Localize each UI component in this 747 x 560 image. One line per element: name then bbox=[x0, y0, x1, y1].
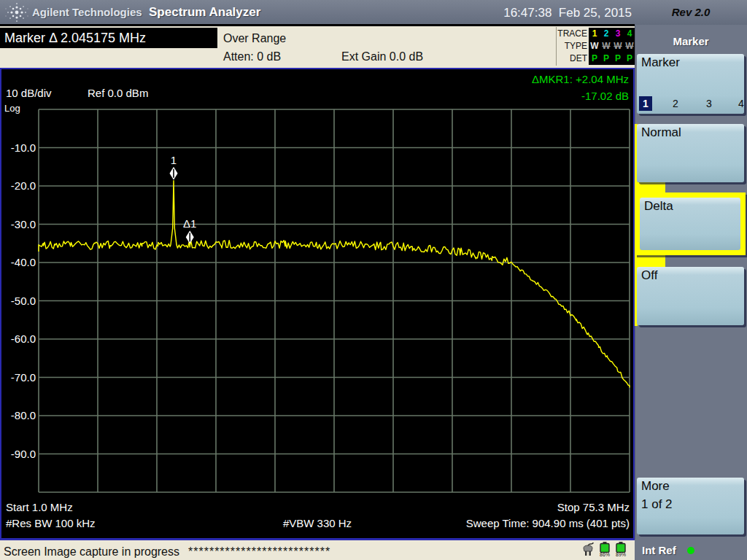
sweep-time: Sweep Time: 904.90 ms (401 pts) bbox=[466, 517, 630, 529]
trace-cell: 2 bbox=[600, 28, 612, 40]
softkey-marker-label: Marker bbox=[641, 55, 680, 70]
status-message: Screen Image capture in progress bbox=[4, 545, 179, 559]
marker-tab-3[interactable]: 3 bbox=[703, 96, 716, 111]
y-axis-tick: -30.0 bbox=[11, 218, 36, 230]
int-ref-green-indicator bbox=[687, 547, 694, 554]
softkey-more-line2: 1 of 2 bbox=[641, 497, 673, 512]
y-axis-tick: -90.0 bbox=[11, 448, 36, 460]
delta-marker-amp: -17.02 dB bbox=[581, 90, 629, 102]
y-axis-tick: -10.0 bbox=[11, 141, 36, 154]
softkey-menu-title: Marker bbox=[635, 35, 747, 47]
scale-per-div: 10 dB/div bbox=[6, 87, 52, 99]
trace-cell: W bbox=[589, 40, 600, 52]
attenuation-readout: Atten: 0 dB bbox=[223, 50, 281, 63]
firmware-rev: Rev 2.0 bbox=[635, 6, 747, 18]
clock-datetime: 16:47:38 Feb 25, 2015 bbox=[387, 6, 632, 20]
softkey-normal-label: Normal bbox=[641, 125, 681, 140]
trace-cell: P bbox=[624, 52, 635, 65]
softkey-delta-label: Delta bbox=[644, 199, 673, 214]
over-range-indicator: Over Range bbox=[223, 32, 286, 45]
battery2-percent: 89% bbox=[614, 552, 628, 557]
header-bar: Agilent Technologies Spectrum Analyzer 1… bbox=[0, 0, 747, 25]
y-axis-tick: -50.0 bbox=[11, 295, 36, 307]
start-freq: Start 1.0 MHz bbox=[6, 501, 73, 513]
graticule-and-trace: -10.0-20.0-30.0-40.0-50.0-60.0-70.0-80.0… bbox=[1, 69, 633, 538]
log-scale-label: Log bbox=[4, 103, 20, 114]
instrument-screen: Agilent Technologies Spectrum Analyzer 1… bbox=[0, 0, 747, 560]
ext-gain-readout: Ext Gain 0.0 dB bbox=[341, 50, 423, 63]
ref-level: Ref 0.0 dBm bbox=[88, 87, 148, 99]
stop-freq: Stop 75.3 MHz bbox=[557, 501, 630, 513]
softkey-delta[interactable]: Delta bbox=[640, 198, 740, 250]
marker-delta-readout: Marker Δ 2.045175 MHz bbox=[0, 28, 217, 48]
y-axis-tick: -60.0 bbox=[11, 332, 36, 345]
reference-status-bar: Int Ref bbox=[635, 540, 747, 560]
trace-table-row-labels: TRACETYPEDET bbox=[557, 28, 587, 65]
marker-label-mkr1: 1 bbox=[171, 154, 177, 166]
softkey-marker[interactable]: Marker 1234 bbox=[637, 54, 744, 114]
marker-tab-1[interactable]: 1 bbox=[639, 96, 652, 111]
trace-cell: 3 bbox=[612, 28, 624, 40]
softkey-off[interactable]: Off bbox=[637, 267, 744, 325]
trace-status-table: TRACETYPEDET 1WP2WP3WP4WP bbox=[556, 27, 635, 66]
battery1-icon bbox=[600, 542, 610, 553]
trace-cell: P bbox=[612, 52, 624, 65]
softkey-more[interactable]: More 1 of 2 bbox=[637, 478, 744, 534]
y-axis-tick: -20.0 bbox=[11, 179, 36, 192]
agilent-logo-icon bbox=[4, 1, 29, 23]
y-axis-tick: -80.0 bbox=[11, 409, 36, 421]
spectrum-display: -10.0-20.0-30.0-40.0-50.0-60.0-70.0-80.0… bbox=[0, 68, 635, 540]
delta-marker-freq: ΔMKR1: +2.04 MHz bbox=[532, 73, 629, 85]
trace-cell: 1 bbox=[589, 28, 600, 40]
annotation-bar: Marker Δ 2.045175 MHz Over Range Atten: … bbox=[0, 26, 635, 68]
softkey-normal[interactable]: Normal bbox=[637, 124, 744, 182]
y-axis-tick: -40.0 bbox=[11, 256, 36, 268]
trace-cell: P bbox=[600, 52, 612, 65]
ac-power-plug-icon bbox=[581, 542, 595, 557]
app-title: Spectrum Analyzer bbox=[149, 5, 260, 20]
trace-cell: W bbox=[624, 40, 635, 52]
y-axis-tick: -70.0 bbox=[11, 371, 36, 384]
int-ref-label: Int Ref bbox=[642, 544, 676, 556]
status-bar: Screen Image capture in progress *******… bbox=[0, 538, 635, 560]
marker-tab-4[interactable]: 4 bbox=[735, 96, 747, 111]
battery2-icon bbox=[616, 542, 626, 553]
marker-tab-2[interactable]: 2 bbox=[669, 96, 682, 111]
trace-table-values: 1WP2WP3WP4WP bbox=[589, 28, 635, 65]
battery1-percent: 86% bbox=[597, 552, 612, 557]
trace-cell: W bbox=[612, 40, 624, 52]
softkey-off-label: Off bbox=[641, 268, 657, 283]
trace-cell: W bbox=[600, 40, 612, 52]
softkey-more-line1: More bbox=[641, 479, 670, 494]
marker-label-delta1: Δ1 bbox=[183, 217, 196, 230]
brand-name: Agilent Technologies bbox=[32, 6, 142, 18]
trace-cell: 4 bbox=[624, 28, 635, 40]
softkey-delta-selected-frame: Delta bbox=[635, 192, 746, 255]
status-progress-asterisks: *************************** bbox=[188, 545, 330, 559]
trace-cell: P bbox=[589, 52, 600, 65]
